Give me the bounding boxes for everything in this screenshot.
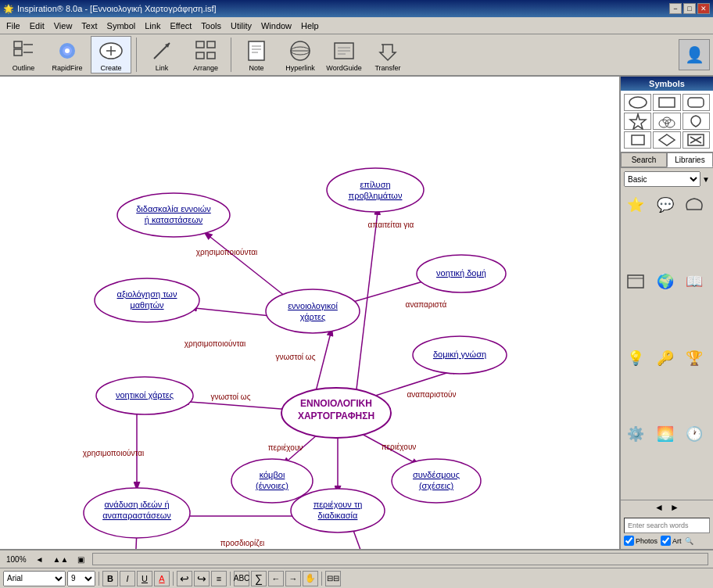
outline-icon (11, 38, 36, 63)
arrow-right-button[interactable]: → (285, 571, 301, 586)
transfer-tool[interactable]: Transfer (367, 36, 408, 74)
svg-text:περιέχουν τη: περιέχουν τη (314, 500, 363, 509)
svg-rect-102 (688, 98, 704, 107)
close-button[interactable]: ✕ (697, 3, 710, 14)
transfer-icon (375, 38, 400, 63)
tab-search[interactable]: Search (621, 152, 667, 167)
outline-tool[interactable]: Outline (3, 36, 44, 74)
svg-text:ΕΝΝΟΙΟΛΟΓΙΚΗ: ΕΝΝΟΙΟΛΟΓΙΚΗ (300, 398, 372, 409)
maximize-button[interactable]: □ (683, 3, 696, 14)
font-size-select[interactable]: 9 10 12 14 (67, 571, 95, 586)
font-family-select[interactable]: Arial Times New Roman Courier (3, 571, 66, 586)
minimize-button[interactable]: − (669, 3, 682, 14)
underline-button[interactable]: U (137, 571, 152, 586)
sym-box[interactable] (624, 270, 647, 293)
menu-effect[interactable]: Effect (165, 20, 196, 32)
search-icon[interactable]: 🔍 (685, 537, 693, 545)
bold-button[interactable]: B (102, 571, 118, 586)
svg-text:χρησιμοποιούνται: χρησιμοποιούνται (83, 449, 144, 457)
bottombar: Arial Times New Roman Courier 9 10 12 14… (0, 568, 713, 588)
hand-tool-button[interactable]: ✋ (303, 571, 318, 586)
window-title: Inspiration® 8.0a - [Εννοιολογική Χαρτογ… (17, 4, 217, 13)
menu-file[interactable]: File (2, 20, 25, 32)
diagram-canvas[interactable]: χρησιμοποιούνται χρησιμοποιούνται απαιτε… (0, 77, 619, 549)
arrow-left-button[interactable]: ← (268, 571, 284, 586)
photos-checkbox[interactable] (624, 536, 634, 546)
shape-rounded-rect[interactable] (683, 94, 710, 111)
sym-book[interactable]: 📖 (683, 270, 706, 293)
symbols-prev-icon[interactable]: ◄ (654, 502, 664, 513)
library-select[interactable]: Basic Advanced Animals People Objects (624, 171, 700, 187)
menu-utility[interactable]: Utility (226, 20, 256, 32)
sym-lightbulb[interactable]: 💡 (624, 346, 647, 370)
hyperlink-tool[interactable]: Hyperlink (280, 36, 321, 74)
align-left-button[interactable]: ≡ (211, 571, 227, 586)
shape-rect[interactable] (653, 94, 680, 111)
font-color-button[interactable]: A (154, 571, 170, 586)
hyperlink-label: Hyperlink (285, 64, 315, 72)
symbol-button[interactable]: ∑ (251, 571, 267, 586)
link-icon (149, 38, 174, 63)
app-icon: 🌟 (3, 4, 14, 14)
link-tool[interactable]: Link (142, 36, 182, 74)
svg-text:αναπαριστά: αναπαριστά (406, 300, 447, 309)
page-layout-button[interactable]: ⊟⊟ (325, 571, 341, 586)
search-input[interactable] (624, 518, 710, 533)
shape-square[interactable] (624, 131, 651, 149)
sym-gear[interactable]: ⚙️ (624, 422, 647, 446)
zoom-bar[interactable]: ▲▲ (49, 554, 71, 565)
shape-diamond[interactable] (653, 131, 680, 149)
tab-libraries[interactable]: Libraries (667, 152, 713, 167)
svg-text:νοητικοί χάρτες: νοητικοί χάρτες (116, 390, 174, 400)
outline-label: Outline (13, 64, 35, 72)
menu-edit[interactable]: Edit (25, 20, 49, 32)
svg-marker-27 (380, 45, 396, 60)
svg-text:γνωστοί ως: γνωστοί ως (211, 393, 251, 401)
horizontal-scrollbar[interactable] (92, 553, 708, 565)
symbols-dropdown: Basic Advanced Animals People Objects ▼ (624, 171, 710, 187)
create-tool[interactable]: Create (91, 36, 131, 74)
zoom-fit-icon[interactable]: ▣ (74, 554, 88, 565)
sym-sunset[interactable]: 🌅 (654, 422, 677, 446)
create-label: Create (100, 64, 121, 72)
sym-star[interactable]: ⭐ (624, 193, 647, 217)
menu-symbol[interactable]: Symbol (102, 20, 141, 32)
symbols-next-icon[interactable]: ► (670, 502, 679, 513)
sym-empty1[interactable] (683, 193, 706, 217)
menu-window[interactable]: Window (256, 20, 296, 32)
svg-text:μαθητών: μαθητών (130, 300, 164, 310)
nav-prev-icon[interactable]: ◄ (33, 554, 47, 565)
shape-cloud[interactable] (653, 113, 680, 130)
svg-rect-15 (207, 52, 215, 59)
art-checkbox[interactable] (661, 536, 671, 546)
sym-trophy[interactable]: 🏆 (683, 346, 706, 370)
sym-key[interactable]: 🔑 (654, 346, 677, 370)
shape-xmark[interactable] (683, 131, 710, 149)
sym-globe[interactable]: 🌍 (654, 270, 677, 293)
sym-chat[interactable]: 💬 (654, 193, 677, 217)
svg-text:διδασκαλία εννοιών: διδασκαλία εννοιών (136, 204, 211, 213)
wordguide-tool[interactable]: WordGuide (324, 36, 364, 74)
symbols-grid: ⭐ 💬 🌍 📖 💡 🔑 🏆 ⚙️ 🌅 🕐 (621, 190, 713, 500)
search-options: Photos Art 🔍 (624, 536, 710, 546)
undo-button[interactable]: ↩ (177, 571, 192, 586)
shape-oval[interactable] (624, 94, 651, 111)
spell-button[interactable]: ABC (234, 571, 249, 586)
italic-button[interactable]: I (120, 571, 135, 586)
redo-button[interactable]: ↪ (194, 571, 210, 586)
menu-link[interactable]: Link (140, 20, 165, 32)
menu-view[interactable]: View (49, 20, 77, 32)
symbols-panel: Symbols (619, 77, 713, 549)
arrange-tool[interactable]: Arrange (185, 36, 226, 74)
link-label: Link (156, 64, 169, 72)
menu-tools[interactable]: Tools (196, 20, 226, 32)
menu-help[interactable]: Help (296, 20, 324, 32)
shape-star[interactable] (624, 113, 651, 130)
diagram-svg: χρησιμοποιούνται χρησιμοποιούνται απαιτε… (0, 77, 619, 549)
shape-leaf[interactable] (683, 113, 710, 130)
sym-clock[interactable]: 🕐 (683, 422, 706, 446)
svg-point-100 (629, 97, 647, 108)
note-tool[interactable]: Note (236, 36, 277, 74)
rapidfire-tool[interactable]: RapidFire (47, 36, 88, 74)
menu-text[interactable]: Text (77, 20, 102, 32)
